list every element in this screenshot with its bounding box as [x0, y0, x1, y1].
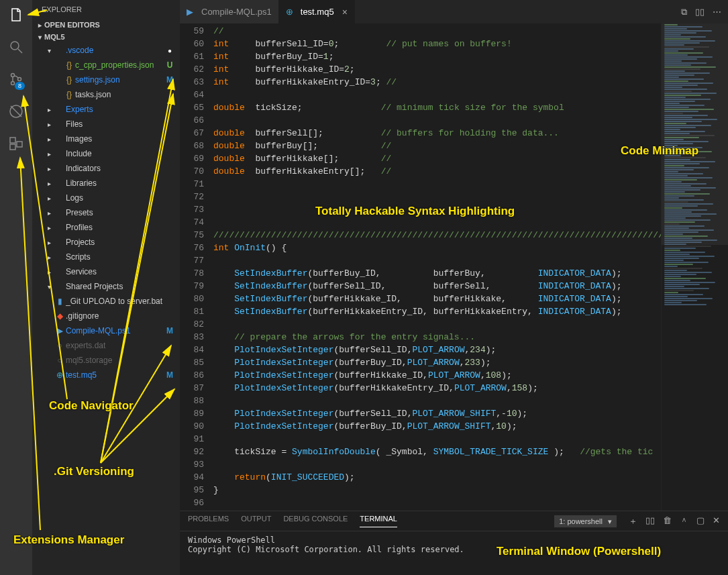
- tree-item[interactable]: {}tasks.json: [32, 87, 180, 102]
- git-icon[interactable]: 8: [7, 70, 25, 89]
- more-icon[interactable]: ⋯: [713, 7, 721, 17]
- tree-item[interactable]: ▸Images: [32, 132, 180, 146]
- svg-line-1: [18, 49, 22, 53]
- tree-item[interactable]: ○mql5.storage: [32, 353, 180, 368]
- explorer-icon[interactable]: [7, 5, 25, 24]
- panel: PROBLEMSOUTPUTDEBUG CONSOLETERMINAL 1: p…: [180, 511, 728, 575]
- split-icon[interactable]: ▯▯: [695, 7, 705, 17]
- svg-point-2: [11, 74, 15, 77]
- tree-item[interactable]: ▸Files: [32, 117, 180, 132]
- terminal-body[interactable]: Windows PowerShell Copyright (C) Microso…: [180, 531, 728, 575]
- tree-item[interactable]: ▸Libraries: [32, 176, 180, 191]
- tree-item[interactable]: ○experts.dat: [32, 338, 180, 353]
- tree-item[interactable]: ▸Experts: [32, 102, 180, 117]
- panel-tabs: PROBLEMSOUTPUTDEBUG CONSOLETERMINAL 1: p…: [180, 511, 728, 531]
- open-editors-header[interactable]: ▸OPEN EDITORS: [32, 19, 180, 31]
- tree-item[interactable]: {}c_cpp_properties.jsonU: [32, 58, 180, 72]
- maximize-panel-icon[interactable]: ＾: [680, 515, 688, 527]
- svg-point-3: [11, 82, 15, 85]
- sidebar: EXPLORER ▸OPEN EDITORS ▾MQL5 ▾.vscode●{}…: [32, 0, 180, 575]
- panel-tab[interactable]: TERMINAL: [360, 515, 397, 527]
- sidebar-title: EXPLORER: [32, 0, 180, 19]
- extensions-icon[interactable]: [7, 134, 25, 153]
- close-tab-icon[interactable]: ×: [342, 7, 348, 17]
- editor-area: ▶Compile-MQL.ps1⊕test.mq5× ⧉ ▯▯ ⋯ 596061…: [180, 0, 728, 575]
- minimap[interactable]: [661, 23, 728, 511]
- svg-point-0: [11, 42, 19, 50]
- line-gutter: 5960616263646566676869707172737475767778…: [180, 23, 213, 511]
- toggle-panel-icon[interactable]: ▢: [696, 515, 705, 527]
- search-icon[interactable]: [7, 38, 25, 56]
- kill-terminal-icon[interactable]: 🗑: [663, 515, 672, 527]
- tree-item[interactable]: ▾Shared Projects: [32, 279, 180, 294]
- tree-item[interactable]: ▮_Git UPLOAD to server.bat: [32, 294, 180, 309]
- tree-item[interactable]: ▸Scripts: [32, 250, 180, 264]
- code-editor[interactable]: 5960616263646566676869707172737475767778…: [180, 23, 728, 511]
- workspace-header[interactable]: ▾MQL5: [32, 31, 180, 43]
- compare-icon[interactable]: ⧉: [681, 7, 687, 17]
- editor-tab[interactable]: ⊕test.mq5×: [279, 0, 355, 23]
- tree-item[interactable]: ▶Compile-MQL.ps1M: [32, 323, 180, 338]
- tab-actions: ⧉ ▯▯ ⋯: [674, 0, 728, 23]
- tree-item[interactable]: ◆.gitignore: [32, 309, 180, 323]
- new-terminal-icon[interactable]: ＋: [629, 515, 637, 527]
- svg-line-6: [11, 106, 21, 117]
- panel-tab[interactable]: OUTPUT: [241, 515, 271, 527]
- code-content[interactable]: //int bufferSell_ID=0; // put names on b…: [213, 23, 661, 511]
- svg-point-4: [18, 78, 21, 81]
- tree-item[interactable]: ▸Projects: [32, 235, 180, 250]
- tree-item[interactable]: ▸Services: [32, 264, 180, 279]
- close-panel-icon[interactable]: ✕: [713, 515, 720, 527]
- tree-item[interactable]: ▸Profiles: [32, 220, 180, 235]
- panel-tab[interactable]: PROBLEMS: [188, 515, 229, 527]
- tree-item[interactable]: ▾.vscode●: [32, 43, 180, 58]
- svg-rect-8: [10, 144, 15, 150]
- tree-item[interactable]: ▸Indicators: [32, 161, 180, 176]
- activity-bar: 8: [0, 0, 32, 575]
- terminal-selector[interactable]: 1: powershell ▾: [554, 515, 617, 527]
- svg-rect-7: [10, 138, 15, 143]
- panel-tab[interactable]: DEBUG CONSOLE: [283, 515, 348, 527]
- editor-tab[interactable]: ▶Compile-MQL.ps1: [180, 0, 279, 23]
- file-tree: ▾.vscode●{}c_cpp_properties.jsonU{}setti…: [32, 43, 180, 575]
- git-badge: 8: [15, 82, 25, 90]
- tree-item[interactable]: ⊕test.mq5M: [32, 368, 180, 382]
- tab-bar: ▶Compile-MQL.ps1⊕test.mq5× ⧉ ▯▯ ⋯: [180, 0, 728, 23]
- tree-item[interactable]: ▸Presets: [32, 205, 180, 220]
- split-terminal-icon[interactable]: ▯▯: [645, 515, 655, 527]
- debug-icon[interactable]: [7, 102, 25, 121]
- tree-item[interactable]: ▸Logs: [32, 191, 180, 205]
- svg-rect-9: [17, 142, 22, 147]
- tree-item[interactable]: {}settings.jsonM: [32, 72, 180, 87]
- tree-item[interactable]: ▸Include: [32, 146, 180, 161]
